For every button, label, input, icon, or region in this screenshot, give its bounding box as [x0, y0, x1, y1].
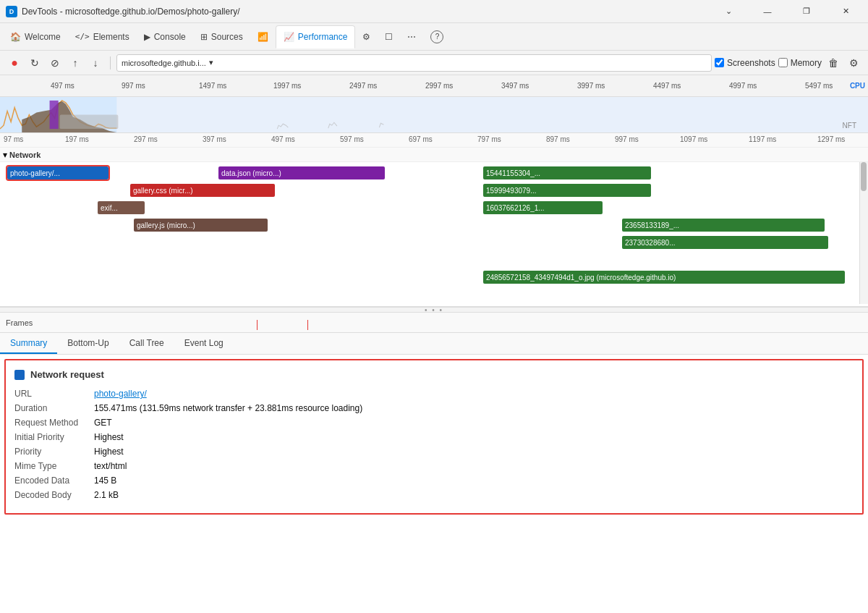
- detail-key-initial-priority: Initial Priority: [14, 432, 94, 442]
- tab-sources[interactable]: ⊞ Sources: [193, 25, 250, 48]
- tab-help[interactable]: ?: [423, 25, 451, 48]
- tab-bottom-up[interactable]: Bottom-Up: [57, 334, 119, 354]
- svg-rect-1: [50, 101, 59, 129]
- record-button[interactable]: ●: [6, 54, 23, 72]
- vertical-scrollbar[interactable]: [859, 162, 868, 304]
- maximize-button[interactable]: ❐: [790, 0, 823, 23]
- screenshots-checkbox[interactable]: [715, 58, 724, 67]
- time-497: 497 ms: [271, 135, 295, 143]
- console-icon: ▶: [144, 32, 150, 42]
- minimize-button[interactable]: —: [751, 0, 784, 23]
- performance-icon: 📈: [284, 32, 294, 42]
- collapse-button[interactable]: ⌄: [712, 0, 745, 23]
- download-button[interactable]: ↓: [87, 54, 104, 72]
- upload-button[interactable]: ↑: [67, 54, 84, 72]
- detail-key-encoded: Encoded Data: [14, 475, 94, 486]
- network-expand-icon[interactable]: ▾: [3, 150, 7, 160]
- help-icon: ?: [430, 30, 443, 43]
- tab-call-tree[interactable]: Call Tree: [119, 334, 174, 354]
- bar-img6[interactable]: 24856572158_43497494d1_o.jpg (microsofte…: [483, 271, 845, 284]
- tab-elements-label: Elements: [93, 32, 129, 42]
- detail-row-priority: Priority Highest: [14, 447, 854, 457]
- detail-val-mime: text/html: [94, 461, 127, 471]
- screenshots-label: Screenshots: [727, 58, 775, 68]
- bar-photo-gallery[interactable]: photo-gallery/...: [7, 166, 109, 179]
- detail-key-method: Request Method: [14, 418, 94, 428]
- detail-key-url: URL: [14, 389, 94, 399]
- tab-browser[interactable]: ☐: [378, 25, 400, 48]
- tab-settings[interactable]: ⚙: [355, 25, 378, 48]
- bar-label-exif: exif...: [101, 204, 118, 212]
- ruler-mark-3997: 3997 ms: [577, 82, 605, 90]
- time-797: 797 ms: [477, 135, 501, 143]
- title-bar: D DevTools - microsoftedge.github.io/Dem…: [0, 0, 868, 23]
- tab-network[interactable]: 📶: [250, 25, 276, 48]
- bar-label-photo-gallery: photo-gallery/...: [10, 169, 60, 177]
- tab-summary[interactable]: Summary: [0, 334, 57, 354]
- ruler-mark-2497: 2497 ms: [349, 82, 377, 90]
- close-button[interactable]: ✕: [829, 0, 862, 23]
- devtools-icon: D: [6, 6, 17, 17]
- cpu-chart: [0, 97, 868, 132]
- time-297: 297 ms: [134, 135, 158, 143]
- reload-button[interactable]: ↻: [26, 54, 43, 72]
- frames-timeline: [40, 316, 862, 330]
- time-1297: 1297 ms: [817, 135, 845, 143]
- network-label-row: ▾ Network: [0, 148, 868, 162]
- memory-checkbox[interactable]: [778, 58, 788, 67]
- detail-val-url[interactable]: photo-gallery/: [94, 389, 147, 399]
- bar-label-img2: 15999493079...: [486, 187, 537, 195]
- tab-welcome[interactable]: 🏠 Welcome: [3, 25, 68, 48]
- detail-val-duration: 155.471ms (131.59ms network transfer + 2…: [94, 403, 362, 413]
- ruler-mark-3497: 3497 ms: [501, 82, 529, 90]
- bar-img4[interactable]: 23658133189_...: [622, 219, 825, 232]
- browser-icon: ☐: [385, 32, 393, 42]
- detail-row-initial-priority: Initial Priority Highest: [14, 432, 854, 442]
- bar-img3[interactable]: 16037662126_1...: [483, 201, 603, 214]
- screenshots-checkbox-label[interactable]: Screenshots: [715, 58, 775, 68]
- timeline-ruler-bottom: 97 ms 197 ms 297 ms 397 ms 497 ms 597 ms…: [0, 133, 868, 148]
- time-897: 897 ms: [546, 135, 570, 143]
- tab-more[interactable]: ⋯: [400, 25, 423, 48]
- ruler-mark-497: 497 ms: [51, 82, 75, 90]
- url-display[interactable]: microsoftedge.github.i... ▾: [116, 54, 712, 72]
- detail-row-method: Request Method GET: [14, 418, 854, 428]
- detail-val-priority: Highest: [94, 447, 124, 457]
- ruler-mark-4497: 4497 ms: [653, 82, 681, 90]
- tab-performance-label: Performance: [298, 32, 348, 42]
- tab-event-log[interactable]: Event Log: [174, 334, 234, 354]
- bar-img5[interactable]: 23730328680...: [622, 236, 828, 249]
- frame-marker-1: [257, 320, 258, 330]
- clear-button[interactable]: ⊘: [46, 54, 64, 72]
- bar-data-json[interactable]: data.json (micro...): [218, 166, 385, 179]
- tab-performance[interactable]: 📈 Performance: [276, 25, 356, 48]
- ruler-mark-997: 997 ms: [122, 82, 145, 90]
- bar-img2[interactable]: 15999493079...: [483, 184, 651, 197]
- scroll-thumb[interactable]: [861, 162, 867, 191]
- tab-console[interactable]: ▶ Console: [137, 25, 193, 48]
- time-397: 397 ms: [203, 135, 226, 143]
- memory-checkbox-label[interactable]: Memory: [778, 58, 822, 68]
- bar-label-img3: 16037662126_1...: [486, 204, 545, 212]
- toolbar-settings-icon[interactable]: ⚙: [845, 54, 862, 72]
- time-997: 997 ms: [615, 135, 639, 143]
- bar-exif[interactable]: exif...: [98, 201, 145, 214]
- detail-title-text: Network request: [30, 369, 104, 380]
- splitter[interactable]: • • •: [0, 307, 868, 313]
- detail-key-duration: Duration: [14, 403, 94, 413]
- bar-img1[interactable]: 15441155304_...: [483, 166, 651, 179]
- detail-val-encoded: 145 B: [94, 475, 116, 486]
- bar-label-img1: 15441155304_...: [486, 169, 540, 177]
- overview-strip[interactable]: NFT: [0, 97, 868, 133]
- detail-row-duration: Duration 155.471ms (131.59ms network tra…: [14, 403, 854, 413]
- toolbar: ● ↻ ⊘ ↑ ↓ microsoftedge.github.i... ▾ Sc…: [0, 51, 868, 75]
- more-icon: ⋯: [407, 32, 416, 42]
- tab-elements[interactable]: </> Elements: [68, 25, 137, 48]
- ruler-mark-4997: 4997 ms: [729, 82, 757, 90]
- ruler-mark-1997: 1997 ms: [273, 82, 301, 90]
- bar-gallery-css[interactable]: gallery.css (micr...): [130, 184, 275, 197]
- bottom-tabs: Summary Bottom-Up Call Tree Event Log: [0, 333, 868, 355]
- bar-gallery-js[interactable]: gallery.js (micro...): [134, 219, 268, 232]
- trash-button[interactable]: 🗑: [825, 54, 842, 72]
- elements-icon: </>: [75, 32, 90, 41]
